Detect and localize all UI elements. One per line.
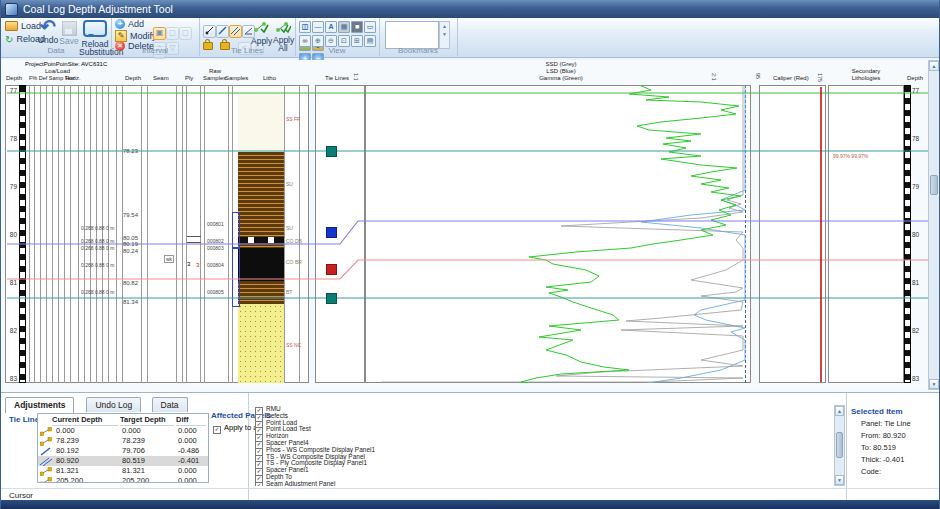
scroll-up-icon[interactable]: ▲ [929,61,939,71]
tie-line-row[interactable]: 80.92080.519-0.401 [38,456,208,466]
app-icon [5,3,18,16]
window-panel-icon[interactable]: ▭ [364,21,376,33]
bookmarks-listbox[interactable] [385,21,439,49]
target-depth-cell: 78.239 [122,436,145,446]
sample-id: 000801 [207,221,224,227]
legend-lsd: LSD (Blue) [531,68,591,74]
depth-axis-label-left: 79 [3,183,17,190]
litho-code-label: SS NC [286,342,301,348]
grey-panel-icon[interactable]: ▦ [338,21,350,33]
ply-bar-2 [187,242,201,243]
diff-cell: 0.000 [178,476,197,483]
window-bottom-frame [1,500,940,509]
ply-number-red: 3 [196,262,199,268]
text-display-icon[interactable]: A [325,21,337,33]
header-depth-mid: Depth [125,75,141,81]
tab-undo-log[interactable]: Undo Log [86,397,141,412]
tie-line-row[interactable]: 81.32181.3210.000 [38,466,208,476]
tie-lines-table[interactable]: Current Depth Target Depth Diff 0.0000.0… [37,413,209,483]
header-samples2: Samples [225,75,248,81]
merge-down-icon[interactable]: ◻ [179,27,192,40]
log-view: ProjectPoinPoinSite: AVC631C Loa/Load De… [1,60,940,392]
group-label-bookmarks: Bookmarks [379,46,457,55]
line-display-icon[interactable]: — [312,21,324,33]
header-raw: Raw [209,68,221,74]
current-depth-cell: 0.000 [56,426,75,436]
tie-line-row[interactable]: 205.200205.2000.000 [38,476,208,483]
header-caliper: Caliper (Red) [773,75,809,81]
depth-axis-label-right: 80 [912,231,926,238]
depth-axis-label-left: 81 [3,279,17,286]
tab-adjustments[interactable]: Adjustments [5,397,74,413]
status-divider [1,488,940,489]
tie-line-row[interactable]: 80.19279.706-0.486 [38,446,208,456]
depth-mark: 81.34 [123,299,138,305]
depth-axis-label-right: 79 [912,183,926,190]
header-horiz: Horiz. [65,75,81,81]
site-header: ProjectPoinPoinSite: AVC631C [25,61,107,67]
diff-cell: 0.000 [178,436,197,446]
list-scroll-up-icon[interactable]: ▲ [835,406,844,416]
scroll-down-icon[interactable]: ▼ [929,379,939,389]
tie-line-row[interactable]: 0.0000.0000.000 [38,426,208,436]
target-depth-cell: 81.321 [122,466,145,476]
depth-mark: 80.19 [123,241,138,247]
dark-panel-icon[interactable]: ■ [351,21,363,33]
list-scroll-down-icon[interactable]: ▼ [835,475,844,485]
current-depth-cell: 80.192 [56,446,79,456]
group-label-interval: Interval [111,46,199,55]
affected-panels-list[interactable]: ✓RMU✓Defects✓Point Load✓Point Load Test✓… [251,405,833,486]
tie-line-marker-1[interactable] [326,227,337,238]
undo-arrow-icon: ↶ [37,19,59,35]
depth-mark: 80.82 [123,280,138,286]
depth-axis-label-left: 78 [3,135,17,142]
refresh-icon: ↻ [5,35,13,44]
selected-item-line: Panel: Tie Line [861,419,911,428]
main-vertical-scrollbar[interactable]: ▲ ▼ [928,60,940,390]
caliper-min-label: 95 [755,73,761,79]
tie-row-icon [40,477,52,483]
window-title: Coal Log Depth Adjustment Tool [23,3,173,15]
load-button[interactable]: Load [5,21,41,31]
tie-display-icon[interactable]: ◫ [299,21,311,33]
tie-line-marker-0[interactable] [326,146,337,157]
add-button[interactable]: + Add [115,19,144,29]
interval-values: 0.268 0.88 0 m [81,289,114,295]
tie-line-marker-2[interactable] [326,264,337,275]
affected-panel-item[interactable]: ✓Seam Adjustment Panel [255,480,335,486]
save-button[interactable]: Save [59,21,79,46]
header-ply: Ply [185,75,193,81]
ribbon-group-data: Load ↻ Reload ↶ Undo Save Reload Substit… [1,18,112,56]
apply-icon [253,20,269,34]
diff-cell: 0.000 [178,426,197,436]
ribbon-group-tielines: <▯ Apply Apply All Tie Lines [199,18,296,56]
litho-code-label: CO BR [286,259,302,265]
diff-cell: 0.000 [178,466,197,476]
bookmarks-spinner[interactable]: ▲▼ [439,21,450,49]
interval-values: 0.268 0.88 0 m [81,238,114,244]
folder-icon [5,21,18,31]
tab-data[interactable]: Data [152,397,188,412]
interval-values: 0.268 0.88 0 m [81,245,114,251]
current-depth-cell: 81.321 [56,466,79,476]
undo-button[interactable]: ↶ Undo [37,19,59,45]
horiz-wk-flag: wk [164,255,174,263]
tie-line-row[interactable]: 78.23978.2390.000 [38,436,208,446]
col-header-current-depth[interactable]: Current Depth [52,414,118,426]
apply-button[interactable]: Apply [251,20,271,46]
depth-axis-label-right: 82 [912,327,926,334]
ply-number: 3 [187,261,190,267]
cursor-label: Cursor [9,491,33,500]
header-depth-left: Depth [6,75,22,81]
scrollbar-thumb[interactable] [930,175,938,195]
col-header-diff[interactable]: Diff [176,414,206,426]
scale-label-mid: 2:1 [711,73,717,81]
group-label-data: Data [1,46,111,55]
adjustments-area: AdjustmentsUndo LogData Tie Lines Curren… [1,392,940,501]
list-scrollbar[interactable]: ▲ ▼ [834,405,845,486]
diff-cell: -0.401 [178,456,199,466]
ribbon-group-interval: + Add ✎ Modify × Delete ▣◻◻◻ △▽ Interval [111,18,200,56]
list-scrollbar-thumb[interactable] [836,432,843,458]
tie-line-marker-3[interactable] [326,293,337,304]
col-header-target-depth[interactable]: Target Depth [120,414,174,426]
